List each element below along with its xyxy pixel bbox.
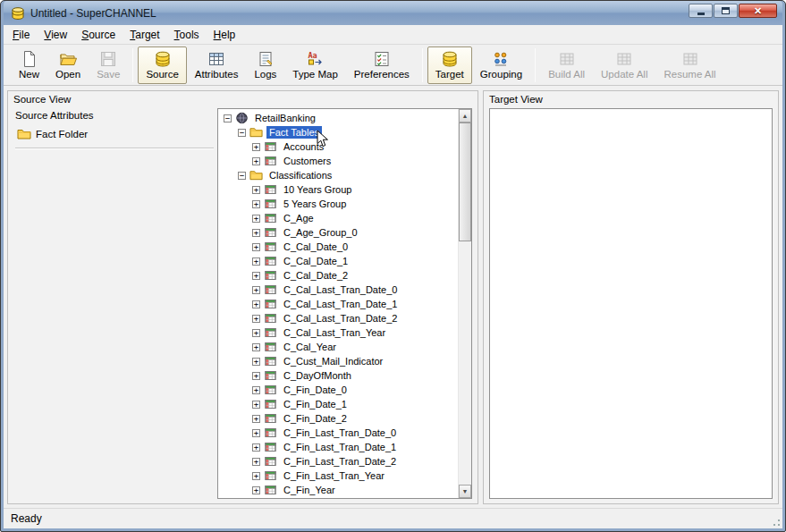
maximize-button[interactable] — [714, 4, 738, 18]
expand-icon[interactable]: + — [252, 429, 260, 437]
expand-icon[interactable]: + — [252, 286, 260, 294]
resize-grip[interactable] — [770, 516, 781, 527]
target-view-content[interactable] — [489, 108, 773, 499]
tree-item-c-cal-last-tran-date-0[interactable]: +C_Cal_Last_Tran_Date_0 — [221, 283, 457, 297]
expand-icon[interactable]: + — [252, 486, 260, 494]
expand-icon[interactable]: + — [252, 415, 260, 423]
logs-button[interactable]: Logs — [246, 46, 284, 84]
expand-icon[interactable]: + — [252, 200, 260, 208]
scroll-down-button[interactable]: ▼ — [459, 485, 471, 498]
expand-icon[interactable]: + — [252, 401, 260, 409]
tree-item-c-fin-last-tran-year[interactable]: +C_Fin_Last_Tran_Year — [221, 469, 457, 483]
expand-icon[interactable]: + — [252, 329, 260, 337]
expand-icon[interactable]: + — [252, 443, 260, 452]
minimize-button[interactable] — [689, 4, 713, 18]
tree-item-c-fin-date-1[interactable]: +C_Fin_Date_1 — [221, 397, 457, 411]
tree-item-label: Classifications — [266, 169, 334, 182]
tree-item-label: 10 Years Group — [281, 183, 354, 196]
build-all-button[interactable]: Build All — [540, 46, 593, 84]
menu-file[interactable]: File — [5, 26, 37, 44]
tree-item-classifications[interactable]: −Classifications — [221, 168, 457, 182]
collapse-icon[interactable]: − — [238, 172, 246, 180]
close-button[interactable]: ✕ — [739, 4, 777, 18]
tree-item-customers[interactable]: +Customers — [221, 154, 457, 168]
tree-item-5-years-group[interactable]: +5 Years Group — [221, 197, 457, 211]
expand-icon[interactable]: + — [252, 272, 260, 280]
tree-item-c-fin-last-tran-date-0[interactable]: +C_Fin_Last_Tran_Date_0 — [221, 426, 457, 440]
tree-item-10-years-group[interactable]: +10 Years Group — [221, 182, 457, 197]
tree-item-c-fin-date-2[interactable]: +C_Fin_Date_2 — [221, 411, 457, 426]
table-icon — [264, 341, 277, 353]
resume-all-button[interactable]: Resume All — [655, 46, 723, 84]
menu-help[interactable]: Help — [207, 26, 243, 44]
expand-icon[interactable]: + — [252, 258, 260, 266]
collapse-icon[interactable]: − — [238, 129, 246, 137]
tree-item-c-age[interactable]: +C_Age — [221, 211, 457, 225]
expand-icon[interactable]: + — [252, 243, 260, 251]
tree-item-c-cal-date-0[interactable]: +C_Cal_Date_0 — [221, 240, 457, 254]
tree-item-fact-tables[interactable]: −Fact Tables — [221, 125, 457, 139]
type-map-button[interactable]: AaType Map — [284, 46, 346, 84]
tree-item-c-age-group-0[interactable]: +C_Age_Group_0 — [221, 225, 457, 240]
tree-item-c-cal-date-1[interactable]: +C_Cal_Date_1 — [221, 254, 457, 268]
scroll-thumb[interactable] — [459, 122, 471, 241]
expand-icon[interactable]: + — [252, 229, 260, 237]
tree-item-c-cal-last-tran-date-2[interactable]: +C_Cal_Last_Tran_Date_2 — [221, 311, 457, 325]
expand-icon[interactable]: + — [252, 358, 260, 366]
menu-view[interactable]: View — [37, 26, 74, 44]
tree-item-c-fin-last-tran-date-1[interactable]: +C_Fin_Last_Tran_Date_1 — [221, 440, 457, 454]
preferences-button[interactable]: Preferences — [346, 46, 418, 84]
menu-target[interactable]: Target — [123, 26, 166, 44]
source-button[interactable]: Source — [138, 46, 186, 84]
folder-icon — [17, 128, 31, 140]
toolbar-separator — [535, 48, 536, 82]
tree-item-c-cal-last-tran-year[interactable]: +C_Cal_Last_Tran_Year — [221, 325, 457, 340]
expand-icon[interactable]: + — [252, 300, 260, 308]
expand-icon[interactable]: + — [252, 315, 260, 323]
tree-scrollbar[interactable]: ▲ ▼ — [458, 109, 471, 498]
table-icon — [264, 283, 277, 296]
expand-icon[interactable]: + — [252, 386, 260, 394]
expand-icon[interactable]: + — [252, 215, 260, 223]
expand-icon[interactable]: + — [252, 143, 260, 151]
open-button[interactable]: Open — [47, 46, 89, 84]
expand-icon[interactable]: + — [252, 372, 260, 380]
expand-icon[interactable]: + — [252, 458, 260, 466]
tree-item-c-cal-last-tran-date-1[interactable]: +C_Cal_Last_Tran_Date_1 — [221, 297, 457, 311]
fact-folder-item[interactable]: Fact Folder — [15, 127, 214, 141]
expand-icon[interactable]: + — [252, 472, 260, 480]
target-button[interactable]: Target — [427, 46, 472, 84]
collapse-icon[interactable]: − — [224, 114, 232, 122]
tree-item-c-cal-year[interactable]: +C_Cal_Year — [221, 340, 457, 354]
save-button[interactable]: Save — [89, 46, 128, 84]
type-map-icon: Aa — [306, 50, 325, 68]
tree-item-c-cust-mail-indicator[interactable]: +C_Cust_Mail_Indicator — [221, 354, 457, 368]
expand-icon[interactable]: + — [252, 186, 260, 194]
tree-item-label: C_Cal_Date_0 — [281, 241, 351, 253]
tree-item-c-fin-date-0[interactable]: +C_Fin_Date_0 — [221, 383, 457, 397]
menu-source[interactable]: Source — [74, 26, 123, 44]
attributes-button[interactable]: Attributes — [187, 46, 247, 84]
menu-tools[interactable]: Tools — [167, 26, 207, 44]
grouping-icon — [491, 50, 511, 68]
tree-item-label: C_Fin_Year — [281, 484, 338, 496]
tree-item-retailbanking[interactable]: −RetailBanking — [221, 111, 457, 125]
expand-icon[interactable]: + — [252, 157, 260, 165]
expand-icon[interactable]: + — [252, 343, 260, 351]
tree-item-c-fin-last-tran-date-2[interactable]: +C_Fin_Last_Tran_Date_2 — [221, 454, 457, 469]
scroll-up-button[interactable]: ▲ — [459, 109, 471, 122]
tree-item-c-fin-year[interactable]: +C_Fin_Year — [221, 483, 457, 497]
table-icon — [264, 226, 277, 239]
update-all-button[interactable]: Update All — [593, 46, 655, 84]
new-button[interactable]: New — [11, 46, 47, 84]
table-icon — [264, 426, 277, 439]
target-database-icon — [440, 50, 460, 68]
tree-item-accounts[interactable]: +Accounts — [221, 139, 457, 154]
table-icon — [264, 312, 277, 325]
grouping-button[interactable]: Grouping — [472, 46, 530, 84]
tree-item-label: C_Fin_Last_Tran_Date_0 — [281, 426, 399, 439]
titlebar[interactable]: Untitled - SuperCHANNEL ✕ — [4, 1, 782, 25]
tree-item-c-dayofmonth[interactable]: +C_DayOfMonth — [221, 368, 457, 383]
tree-item-c-cal-date-2[interactable]: +C_Cal_Date_2 — [221, 268, 457, 283]
tree-item-label: C_Cal_Year — [281, 341, 339, 353]
